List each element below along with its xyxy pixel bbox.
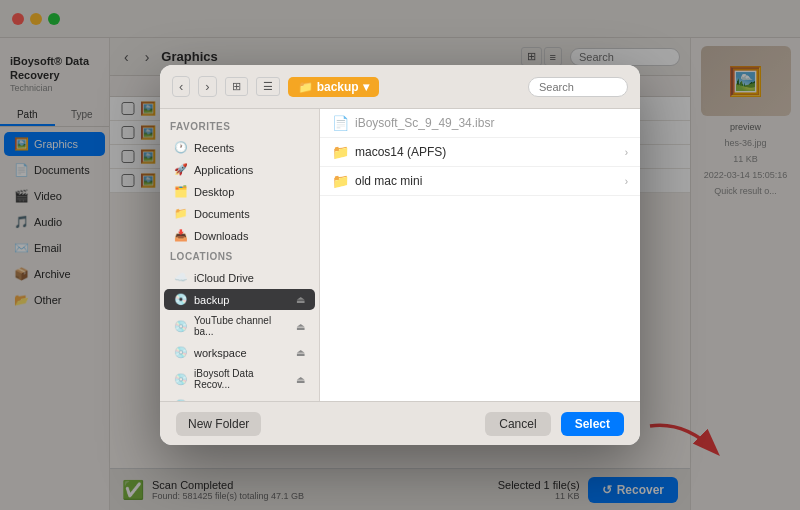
select-button[interactable]: Select bbox=[561, 412, 624, 436]
cancel-button[interactable]: Cancel bbox=[485, 412, 550, 436]
modal-body: Favorites 🕐 Recents 🚀 Applications 🗂️ De… bbox=[160, 109, 640, 401]
modal-file-row[interactable]: 📁 macos14 (APFS) › bbox=[320, 138, 640, 167]
modal-sidebar-iboysoft[interactable]: 💿 iBoysoft Data Recov... ⏏ bbox=[164, 364, 315, 394]
modal-sidebar-documents[interactable]: 📁 Documents bbox=[164, 203, 315, 224]
icloud-label: iCloud Drive bbox=[194, 272, 254, 284]
modal-overlay: ‹ › ⊞ ☰ 📁 backup ▾ Favorites 🕐 bbox=[0, 0, 800, 510]
modal-footer: New Folder Cancel Select bbox=[160, 401, 640, 445]
eject-iboysoft-icon: ⏏ bbox=[296, 374, 305, 385]
desktop-icon: 🗂️ bbox=[174, 185, 188, 198]
documents-label: Documents bbox=[194, 208, 250, 220]
desktop-label: Desktop bbox=[194, 186, 234, 198]
modal-view-button-columns[interactable]: ☰ bbox=[256, 77, 280, 96]
modal-view-button-grid[interactable]: ⊞ bbox=[225, 77, 248, 96]
file-name-oldmac: old mac mini bbox=[355, 174, 619, 188]
file-icon-macos: 📁 bbox=[332, 144, 349, 160]
documents-folder-icon: 📁 bbox=[174, 207, 188, 220]
locations-section-label: Locations bbox=[160, 247, 319, 266]
modal-sidebar-applications[interactable]: 🚀 Applications bbox=[164, 159, 315, 180]
modal-sidebar-icloud[interactable]: ☁️ iCloud Drive bbox=[164, 267, 315, 288]
modal-search-input[interactable] bbox=[528, 77, 628, 97]
workspace-icon: 💿 bbox=[174, 346, 188, 359]
eject-workspace-icon: ⏏ bbox=[296, 347, 305, 358]
file-name-ibsr: iBoysoft_Sc_9_49_34.ibsr bbox=[355, 116, 628, 130]
workspace-label: workspace bbox=[194, 347, 247, 359]
modal-sidebar-recents[interactable]: 🕐 Recents bbox=[164, 137, 315, 158]
modal-location-button[interactable]: 📁 backup ▾ bbox=[288, 77, 379, 97]
modal-toolbar: ‹ › ⊞ ☰ 📁 backup ▾ bbox=[160, 65, 640, 109]
modal-forward-button[interactable]: › bbox=[198, 76, 216, 97]
eject-youtube-icon: ⏏ bbox=[296, 321, 305, 332]
modal-sidebar: Favorites 🕐 Recents 🚀 Applications 🗂️ De… bbox=[160, 109, 320, 401]
backup-label: backup bbox=[194, 294, 229, 306]
modal-sidebar-desktop[interactable]: 🗂️ Desktop bbox=[164, 181, 315, 202]
app-window: iBoysoft® Data Recovery Technician Path … bbox=[0, 0, 800, 510]
modal-file-list: 📄 iBoysoft_Sc_9_49_34.ibsr 📁 macos14 (AP… bbox=[320, 109, 640, 401]
modal-file-row[interactable]: 📄 iBoysoft_Sc_9_49_34.ibsr bbox=[320, 109, 640, 138]
applications-label: Applications bbox=[194, 164, 253, 176]
file-icon-oldmac: 📁 bbox=[332, 173, 349, 189]
applications-icon: 🚀 bbox=[174, 163, 188, 176]
icloud-icon: ☁️ bbox=[174, 271, 188, 284]
youtube-drive-icon: 💿 bbox=[174, 320, 188, 333]
modal-sidebar-downloads[interactable]: 📥 Downloads bbox=[164, 225, 315, 246]
youtube-label: YouTube channel ba... bbox=[194, 315, 290, 337]
modal-sidebar-backup[interactable]: 💿 backup ⏏ bbox=[164, 289, 315, 310]
modal-back-button[interactable]: ‹ bbox=[172, 76, 190, 97]
file-picker-modal: ‹ › ⊞ ☰ 📁 backup ▾ Favorites 🕐 bbox=[160, 65, 640, 445]
eject-icon: ⏏ bbox=[296, 294, 305, 305]
modal-location-label: backup bbox=[317, 80, 359, 94]
file-name-macos: macos14 (APFS) bbox=[355, 145, 619, 159]
favorites-section-label: Favorites bbox=[160, 117, 319, 136]
chevron-right-icon: › bbox=[625, 147, 628, 158]
chevron-right-icon-2: › bbox=[625, 176, 628, 187]
file-icon-ibsr: 📄 bbox=[332, 115, 349, 131]
backup-drive-icon: 💿 bbox=[174, 293, 188, 306]
recents-icon: 🕐 bbox=[174, 141, 188, 154]
modal-sidebar-youtube[interactable]: 💿 YouTube channel ba... ⏏ bbox=[164, 311, 315, 341]
new-folder-button[interactable]: New Folder bbox=[176, 412, 261, 436]
downloads-label: Downloads bbox=[194, 230, 248, 242]
recents-label: Recents bbox=[194, 142, 234, 154]
backup-folder-icon: 📁 bbox=[298, 80, 313, 94]
dropdown-icon: ▾ bbox=[363, 80, 369, 94]
downloads-icon: 📥 bbox=[174, 229, 188, 242]
iboysoft-drive-icon: 💿 bbox=[174, 373, 188, 386]
modal-file-row[interactable]: 📁 old mac mini › bbox=[320, 167, 640, 196]
modal-sidebar-workspace[interactable]: 💿 workspace ⏏ bbox=[164, 342, 315, 363]
iboysoft-label: iBoysoft Data Recov... bbox=[194, 368, 290, 390]
